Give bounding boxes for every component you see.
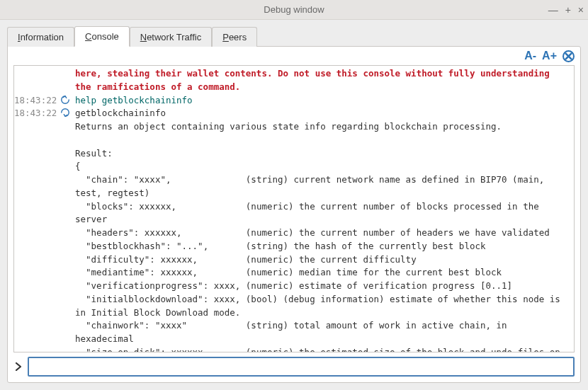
tabbar: Information Console Network Traffic Peer…	[0, 20, 588, 46]
console-row: here, stealing their wallet contents. Do…	[14, 67, 570, 94]
window-controls: — + ×	[548, 0, 584, 19]
prompt-icon	[13, 361, 23, 373]
console-output[interactable]: here, stealing their wallet contents. Do…	[13, 65, 575, 352]
font-increase-button[interactable]: A+	[542, 50, 557, 62]
console-input[interactable]	[28, 357, 575, 377]
maximize-icon[interactable]: +	[565, 5, 571, 15]
no-icon	[55, 67, 75, 68]
timestamp: 18:43:22	[14, 94, 55, 108]
close-icon[interactable]: ×	[578, 5, 584, 15]
console-row: 18:43:22help getblockchaininfo	[14, 94, 570, 108]
console-pane: A- A+ here, stealing their wallet conten…	[7, 46, 581, 383]
command-text: help getblockchaininfo	[75, 94, 570, 108]
tab-information[interactable]: Information	[7, 27, 74, 47]
clear-console-icon[interactable]	[562, 50, 575, 62]
command-sent-icon	[55, 94, 75, 105]
tab-console[interactable]: Console	[74, 26, 130, 47]
console-input-row	[13, 357, 575, 377]
reply-received-icon	[55, 107, 75, 117]
warning-text: here, stealing their wallet contents. Do…	[75, 67, 570, 94]
console-toolbar: A- A+	[8, 47, 580, 65]
debug-window: Debug window — + × Information Console N…	[0, 0, 588, 390]
minimize-icon[interactable]: —	[548, 5, 558, 15]
reply-text: getblockchaininfo Returns an object cont…	[75, 107, 570, 352]
window-title: Debug window	[0, 4, 588, 15]
console-row: 18:43:22getblockchaininfo Returns an obj…	[14, 107, 570, 352]
titlebar: Debug window — + ×	[0, 0, 588, 20]
tab-peers[interactable]: Peers	[212, 27, 257, 47]
timestamp: 18:43:22	[14, 107, 55, 120]
font-decrease-button[interactable]: A-	[524, 50, 536, 62]
tab-network-traffic[interactable]: Network Traffic	[130, 27, 212, 47]
